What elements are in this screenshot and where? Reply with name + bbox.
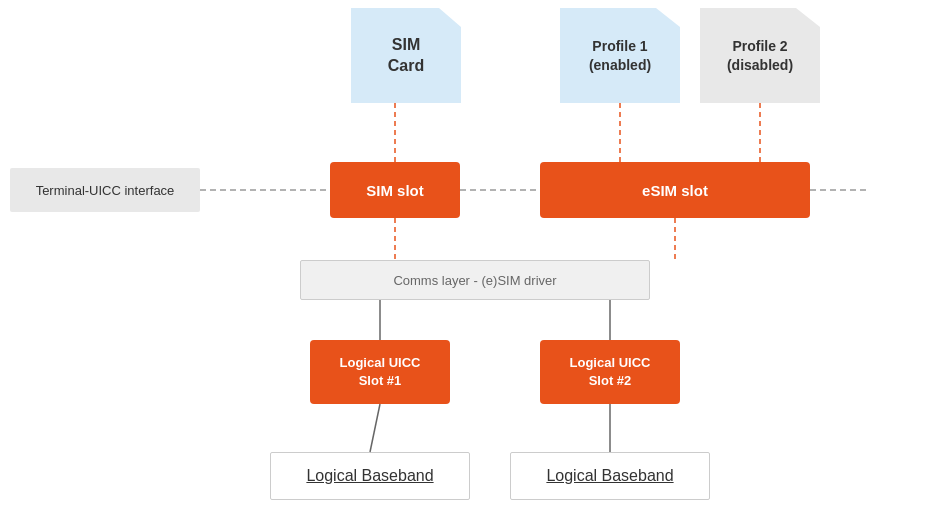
profile2-label: Profile 2(disabled) <box>700 8 820 103</box>
esim-slot-box: eSIM slot <box>540 162 810 218</box>
svg-line-10 <box>370 404 380 452</box>
logical-baseband2-box: Logical Baseband <box>510 452 710 500</box>
logical-uicc-slot2-label: Logical UICCSlot #2 <box>570 354 651 390</box>
sim-slot-label: SIM slot <box>366 182 424 199</box>
logical-uicc-slot1-box: Logical UICCSlot #1 <box>310 340 450 404</box>
logical-uicc-slot1-label: Logical UICCSlot #1 <box>340 354 421 390</box>
sim-slot-box: SIM slot <box>330 162 460 218</box>
comms-layer-label: Comms layer - (e)SIM driver <box>393 273 556 288</box>
terminal-uicc-box: Terminal-UICC interface <box>10 168 200 212</box>
comms-layer-box: Comms layer - (e)SIM driver <box>300 260 650 300</box>
logical-baseband2-label: Logical Baseband <box>546 467 673 485</box>
esim-slot-label: eSIM slot <box>642 182 708 199</box>
architecture-diagram: SIM Card Profile 1(enabled) Profile 2(di… <box>0 0 935 519</box>
profile1-label: Profile 1(enabled) <box>560 8 680 103</box>
logical-baseband1-box: Logical Baseband <box>270 452 470 500</box>
logical-uicc-slot2-box: Logical UICCSlot #2 <box>540 340 680 404</box>
logical-baseband1-label: Logical Baseband <box>306 467 433 485</box>
terminal-uicc-label: Terminal-UICC interface <box>36 183 175 198</box>
sim-card-label: SIM Card <box>351 8 461 103</box>
